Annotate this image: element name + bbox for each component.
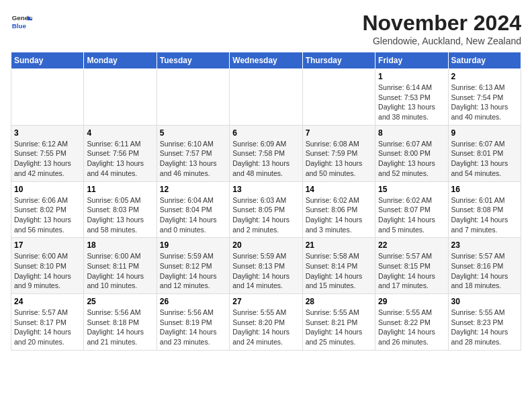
day-info: Sunrise: 6:00 AMSunset: 8:10 PMDaylight:… [14, 251, 81, 291]
day-info: Sunrise: 6:11 AMSunset: 7:56 PMDaylight:… [87, 139, 153, 179]
day-info: Sunrise: 6:02 AMSunset: 8:06 PMDaylight:… [306, 195, 372, 235]
calendar-cell [230, 69, 302, 126]
day-number: 29 [378, 297, 445, 306]
day-number: 22 [378, 240, 445, 250]
calendar-cell: 2Sunrise: 6:13 AMSunset: 7:54 PMDaylight… [448, 69, 521, 126]
weekday-header-tuesday: Tuesday [157, 52, 229, 69]
day-info: Sunrise: 6:14 AMSunset: 7:53 PMDaylight:… [378, 83, 445, 122]
day-info: Sunrise: 6:08 AMSunset: 7:59 PMDaylight:… [306, 139, 372, 179]
day-number: 26 [160, 297, 226, 306]
svg-text:Blue: Blue [12, 22, 27, 30]
calendar-cell: 18Sunrise: 6:00 AMSunset: 8:11 PMDayligh… [84, 238, 157, 294]
calendar-cell: 15Sunrise: 6:02 AMSunset: 8:07 PMDayligh… [375, 181, 448, 238]
day-number: 11 [87, 185, 153, 194]
day-info: Sunrise: 5:55 AMSunset: 8:22 PMDaylight:… [378, 308, 445, 347]
weekday-header-friday: Friday [375, 52, 448, 69]
day-info: Sunrise: 5:56 AMSunset: 8:19 PMDaylight:… [160, 308, 226, 347]
day-info: Sunrise: 6:04 AMSunset: 8:04 PMDaylight:… [160, 195, 226, 235]
calendar-cell: 8Sunrise: 6:07 AMSunset: 8:00 PMDaylight… [375, 125, 448, 181]
calendar-cell: 1Sunrise: 6:14 AMSunset: 7:53 PMDaylight… [375, 69, 448, 126]
day-info: Sunrise: 6:01 AMSunset: 8:08 PMDaylight:… [451, 195, 518, 235]
day-info: Sunrise: 5:58 AMSunset: 8:14 PMDaylight:… [306, 251, 372, 291]
calendar-cell [157, 69, 229, 126]
calendar-cell: 12Sunrise: 6:04 AMSunset: 8:04 PMDayligh… [157, 181, 229, 238]
day-number: 5 [160, 128, 226, 138]
calendar-cell: 24Sunrise: 5:57 AMSunset: 8:17 PMDayligh… [11, 294, 84, 351]
day-info: Sunrise: 6:12 AMSunset: 7:55 PMDaylight:… [14, 139, 81, 179]
day-number: 30 [451, 297, 518, 306]
calendar-cell: 10Sunrise: 6:06 AMSunset: 8:02 PMDayligh… [11, 181, 84, 238]
day-number: 16 [451, 185, 518, 194]
day-info: Sunrise: 5:55 AMSunset: 8:20 PMDaylight:… [232, 308, 299, 347]
day-number: 13 [232, 185, 299, 194]
calendar-cell: 26Sunrise: 5:56 AMSunset: 8:19 PMDayligh… [157, 294, 229, 351]
day-number: 24 [14, 297, 81, 306]
calendar-week-5: 24Sunrise: 5:57 AMSunset: 8:17 PMDayligh… [11, 294, 521, 351]
day-number: 18 [87, 240, 153, 250]
calendar-cell: 3Sunrise: 6:12 AMSunset: 7:55 PMDaylight… [11, 125, 84, 181]
weekday-header-sunday: Sunday [11, 52, 84, 69]
day-info: Sunrise: 6:03 AMSunset: 8:05 PMDaylight:… [232, 195, 299, 235]
day-info: Sunrise: 6:07 AMSunset: 8:00 PMDaylight:… [378, 139, 445, 179]
day-info: Sunrise: 6:13 AMSunset: 7:54 PMDaylight:… [451, 83, 518, 122]
calendar-cell: 21Sunrise: 5:58 AMSunset: 8:14 PMDayligh… [302, 238, 375, 294]
weekday-header-thursday: Thursday [302, 52, 375, 69]
day-number: 3 [14, 128, 81, 138]
calendar-cell: 30Sunrise: 5:55 AMSunset: 8:23 PMDayligh… [448, 294, 521, 351]
day-info: Sunrise: 6:02 AMSunset: 8:07 PMDaylight:… [378, 195, 445, 235]
calendar-cell: 13Sunrise: 6:03 AMSunset: 8:05 PMDayligh… [230, 181, 302, 238]
day-number: 4 [87, 128, 153, 138]
weekday-header-saturday: Saturday [448, 52, 521, 69]
calendar-cell: 16Sunrise: 6:01 AMSunset: 8:08 PMDayligh… [448, 181, 521, 238]
day-info: Sunrise: 6:05 AMSunset: 8:03 PMDaylight:… [87, 195, 153, 235]
calendar-cell: 25Sunrise: 5:56 AMSunset: 8:18 PMDayligh… [84, 294, 157, 351]
day-info: Sunrise: 5:59 AMSunset: 8:13 PMDaylight:… [232, 251, 299, 291]
day-info: Sunrise: 5:59 AMSunset: 8:12 PMDaylight:… [160, 251, 226, 291]
calendar-cell [11, 69, 84, 126]
logo-icon: General Blue [11, 11, 32, 32]
title-block: November 2024 Glendowie, Auckland, New Z… [362, 11, 521, 46]
calendar-week-4: 17Sunrise: 6:00 AMSunset: 8:10 PMDayligh… [11, 238, 521, 294]
day-info: Sunrise: 5:57 AMSunset: 8:17 PMDaylight:… [14, 308, 81, 347]
day-number: 9 [451, 128, 518, 138]
day-info: Sunrise: 6:00 AMSunset: 8:11 PMDaylight:… [87, 251, 153, 291]
location: Glendowie, Auckland, New Zealand [362, 36, 521, 46]
calendar-cell: 17Sunrise: 6:00 AMSunset: 8:10 PMDayligh… [11, 238, 84, 294]
calendar-cell: 11Sunrise: 6:05 AMSunset: 8:03 PMDayligh… [84, 181, 157, 238]
day-info: Sunrise: 5:57 AMSunset: 8:15 PMDaylight:… [378, 251, 445, 291]
calendar-cell [302, 69, 375, 126]
day-number: 25 [87, 297, 153, 306]
calendar-cell: 9Sunrise: 6:07 AMSunset: 8:01 PMDaylight… [448, 125, 521, 181]
page-header: General Blue November 2024 Glendowie, Au… [11, 11, 521, 46]
day-number: 21 [306, 240, 372, 250]
calendar-week-2: 3Sunrise: 6:12 AMSunset: 7:55 PMDaylight… [11, 125, 521, 181]
weekday-header-wednesday: Wednesday [230, 52, 302, 69]
month-title: November 2024 [362, 11, 521, 36]
calendar-cell: 22Sunrise: 5:57 AMSunset: 8:15 PMDayligh… [375, 238, 448, 294]
day-number: 2 [451, 72, 518, 81]
day-number: 19 [160, 240, 226, 250]
calendar-cell: 23Sunrise: 5:57 AMSunset: 8:16 PMDayligh… [448, 238, 521, 294]
day-info: Sunrise: 5:55 AMSunset: 8:21 PMDaylight:… [306, 308, 372, 347]
calendar-cell: 6Sunrise: 6:09 AMSunset: 7:58 PMDaylight… [230, 125, 302, 181]
weekday-header-row: SundayMondayTuesdayWednesdayThursdayFrid… [11, 52, 521, 69]
day-number: 7 [306, 128, 372, 138]
day-number: 20 [232, 240, 299, 250]
day-number: 6 [232, 128, 299, 138]
calendar-cell: 14Sunrise: 6:02 AMSunset: 8:06 PMDayligh… [302, 181, 375, 238]
day-info: Sunrise: 6:10 AMSunset: 7:57 PMDaylight:… [160, 139, 226, 179]
day-number: 28 [306, 297, 372, 306]
calendar-cell: 7Sunrise: 6:08 AMSunset: 7:59 PMDaylight… [302, 125, 375, 181]
day-info: Sunrise: 6:07 AMSunset: 8:01 PMDaylight:… [451, 139, 518, 179]
day-info: Sunrise: 6:06 AMSunset: 8:02 PMDaylight:… [14, 195, 81, 235]
day-info: Sunrise: 5:57 AMSunset: 8:16 PMDaylight:… [451, 251, 518, 291]
calendar-table: SundayMondayTuesdayWednesdayThursdayFrid… [11, 52, 521, 351]
calendar-week-3: 10Sunrise: 6:06 AMSunset: 8:02 PMDayligh… [11, 181, 521, 238]
day-number: 23 [451, 240, 518, 250]
weekday-header-monday: Monday [84, 52, 157, 69]
day-info: Sunrise: 5:56 AMSunset: 8:18 PMDaylight:… [87, 308, 153, 347]
calendar-cell: 4Sunrise: 6:11 AMSunset: 7:56 PMDaylight… [84, 125, 157, 181]
day-number: 1 [378, 72, 445, 81]
day-number: 17 [14, 240, 81, 250]
calendar-cell: 20Sunrise: 5:59 AMSunset: 8:13 PMDayligh… [230, 238, 302, 294]
